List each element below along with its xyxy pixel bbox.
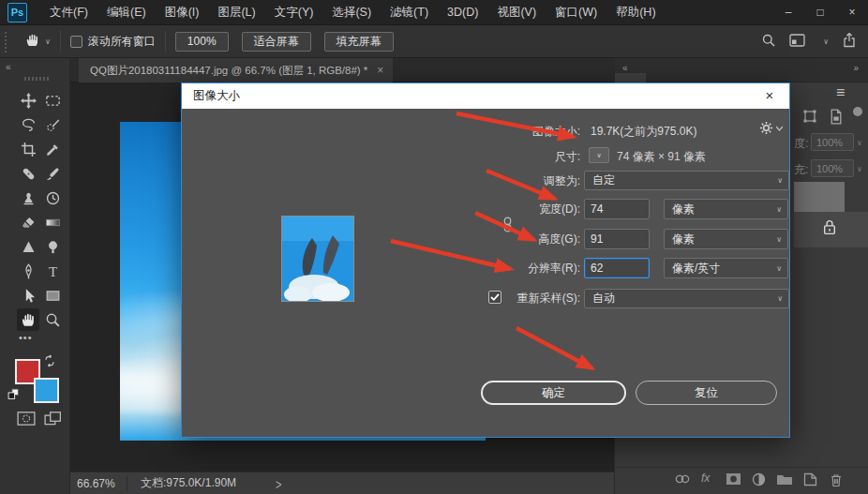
- width-input[interactable]: [584, 199, 650, 219]
- height-unit-dropdown[interactable]: 像素 ∨: [664, 229, 788, 249]
- maximize-icon[interactable]: □: [804, 0, 836, 24]
- pen-tool[interactable]: [17, 260, 39, 282]
- panel-knob-icon[interactable]: [853, 107, 862, 116]
- fit-screen-button[interactable]: 适合屏幕: [242, 32, 311, 52]
- scroll-all-windows-checkbox[interactable]: [70, 36, 82, 48]
- panel-menu-icon[interactable]: ≡: [836, 84, 844, 101]
- rectangle-tool[interactable]: [41, 284, 64, 307]
- crop-tool[interactable]: [17, 138, 39, 160]
- delete-layer-icon[interactable]: [830, 472, 843, 490]
- reset-button[interactable]: 复位: [636, 381, 777, 405]
- new-layer-icon[interactable]: [803, 472, 817, 489]
- status-menu-chevron-icon[interactable]: >: [276, 475, 281, 491]
- current-tool-button[interactable]: ∨: [24, 32, 51, 51]
- resample-label: 重新采样(S):: [517, 291, 580, 307]
- menu-help[interactable]: 帮助(H): [606, 0, 665, 24]
- height-unit-value: 像素: [672, 232, 695, 247]
- layer-style-icon[interactable]: fx: [701, 472, 710, 485]
- chevron-down-icon[interactable]: ∨: [857, 165, 862, 173]
- lock-transform-icon[interactable]: [802, 109, 817, 127]
- minimize-icon[interactable]: –: [772, 0, 804, 24]
- layer-thumbnail-block[interactable]: [794, 182, 845, 212]
- panel-grip[interactable]: [24, 77, 49, 81]
- swap-colors-icon[interactable]: [43, 354, 56, 370]
- close-window-icon[interactable]: ×: [836, 0, 868, 24]
- height-input[interactable]: [584, 229, 650, 249]
- image-preview[interactable]: [281, 216, 354, 302]
- constrain-proportions-icon[interactable]: [502, 217, 513, 235]
- edit-toolbar-icon[interactable]: •••: [19, 332, 33, 343]
- gradient-tool[interactable]: [41, 211, 64, 233]
- menu-edit[interactable]: 编辑(E): [97, 0, 156, 24]
- lasso-tool[interactable]: [17, 113, 39, 136]
- resolution-input[interactable]: [584, 258, 650, 278]
- type-tool[interactable]: T: [41, 260, 64, 282]
- history-brush-tool[interactable]: [41, 187, 64, 209]
- layer-mask-icon[interactable]: [726, 472, 741, 488]
- lock-layer-icon[interactable]: [829, 109, 843, 127]
- status-zoom-level[interactable]: 66.67%: [70, 477, 127, 490]
- fit-to-dropdown[interactable]: 自定 ∨: [584, 171, 789, 190]
- chevron-down-icon[interactable]: ∨: [45, 37, 51, 46]
- lock-icon[interactable]: [823, 219, 836, 238]
- collapse-panel-icon[interactable]: «: [6, 62, 11, 72]
- svg-text:T: T: [48, 263, 56, 278]
- workspace-icon[interactable]: [789, 34, 805, 50]
- link-layers-icon[interactable]: [674, 472, 691, 488]
- clone-stamp-tool[interactable]: [17, 187, 39, 209]
- chevron-down-icon[interactable]: ∨: [857, 139, 862, 147]
- menu-layer[interactable]: 图层(L): [208, 0, 264, 24]
- resample-checkbox[interactable]: [488, 291, 501, 304]
- quick-selection-tool[interactable]: [41, 113, 64, 136]
- menu-select[interactable]: 选择(S): [322, 0, 381, 24]
- opacity-value[interactable]: 100%: [811, 133, 854, 151]
- background-color-swatch[interactable]: [34, 378, 59, 403]
- ok-button[interactable]: 确定: [481, 381, 626, 405]
- hand-tool[interactable]: [17, 308, 39, 331]
- path-selection-tool[interactable]: [17, 284, 39, 307]
- resample-dropdown[interactable]: 自动 ∨: [584, 289, 789, 308]
- scroll-all-windows-label: 滚动所有窗口: [88, 34, 156, 50]
- adjustment-layer-icon[interactable]: [752, 472, 766, 489]
- width-unit-dropdown[interactable]: 像素 ∨: [664, 199, 788, 219]
- eyedropper-tool[interactable]: [41, 138, 64, 160]
- dimensions-unit-dropdown[interactable]: ∨: [589, 147, 609, 163]
- zoom-tool[interactable]: [41, 308, 64, 331]
- share-icon[interactable]: [842, 32, 857, 51]
- expand-panels-icon[interactable]: »: [853, 63, 859, 73]
- brush-tool[interactable]: [41, 162, 64, 185]
- menu-view[interactable]: 视图(V): [487, 0, 546, 24]
- collapse-panels-icon[interactable]: «: [622, 63, 628, 73]
- chevron-down-icon: ∨: [776, 264, 782, 273]
- quick-mask-button[interactable]: [15, 407, 37, 429]
- zoom-100-button[interactable]: 100%: [175, 32, 229, 52]
- close-dialog-icon[interactable]: ×: [760, 87, 779, 103]
- menu-3d[interactable]: 3D(D): [438, 0, 487, 24]
- resolution-unit-dropdown[interactable]: 像素/英寸 ∨: [664, 258, 788, 278]
- fill-label: 充:: [794, 162, 808, 178]
- move-tool[interactable]: [17, 89, 39, 112]
- fill-screen-button[interactable]: 填充屏幕: [324, 32, 394, 52]
- blur-tool[interactable]: [17, 235, 39, 258]
- gear-icon[interactable]: [759, 121, 783, 135]
- rectangular-marquee-tool[interactable]: [41, 89, 64, 112]
- close-tab-icon[interactable]: ×: [377, 64, 383, 77]
- dodge-tool[interactable]: [41, 235, 64, 258]
- search-icon[interactable]: [761, 33, 776, 51]
- background-layer-row[interactable]: [794, 212, 868, 247]
- dialog-titlebar[interactable]: 图像大小 ×: [182, 83, 789, 109]
- spot-healing-brush-tool[interactable]: [17, 162, 39, 185]
- menu-window[interactable]: 窗口(W): [546, 0, 606, 24]
- screen-mode-button[interactable]: [41, 407, 64, 429]
- menu-type[interactable]: 文字(Y): [265, 0, 323, 24]
- chevron-down-icon[interactable]: ∨: [823, 37, 829, 46]
- document-tab[interactable]: QQ图片20180311184447.jpg @ 66.7% (图层 1, RG…: [79, 58, 393, 82]
- eraser-tool[interactable]: [17, 211, 39, 233]
- menu-file[interactable]: 文件(F): [40, 0, 97, 24]
- window-controls: – □ ×: [772, 0, 868, 24]
- default-colors-icon[interactable]: [7, 388, 20, 403]
- menu-image[interactable]: 图像(I): [156, 0, 209, 24]
- fill-value[interactable]: 100%: [811, 159, 854, 177]
- new-group-icon[interactable]: [776, 472, 793, 488]
- menu-filter[interactable]: 滤镜(T): [381, 0, 438, 24]
